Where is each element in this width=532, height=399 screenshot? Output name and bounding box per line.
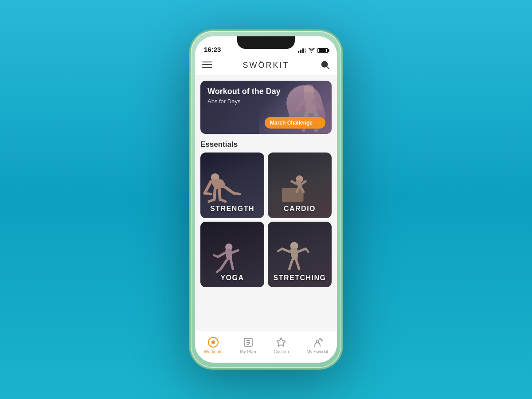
svg-line-31 [297,249,305,252]
hero-cta-arrow: → [315,120,320,126]
hero-cta-button[interactable]: March Challenge → [265,117,325,129]
svg-line-18 [302,181,305,184]
status-time: 16:23 [204,46,221,53]
hero-cta-label: March Challenge [270,120,313,126]
battery-icon [317,48,328,53]
nav-item-workouts[interactable]: Workouts [204,336,223,354]
yoga-figure [203,240,251,276]
svg-line-7 [205,182,211,193]
hero-subtitle: Abs for Days [207,98,325,105]
status-icons [298,48,328,53]
svg-line-4 [327,66,329,69]
svg-line-34 [296,260,299,269]
app-title: SWÖRKIT [243,61,289,70]
svg-line-29 [282,249,290,252]
svg-line-19 [297,188,298,192]
svg-rect-2 [202,67,212,68]
svg-rect-1 [202,64,212,65]
my-plan-nav-label: My Plan [240,349,256,354]
strength-figure [203,172,253,206]
svg-rect-15 [282,188,304,202]
svg-line-26 [217,269,221,272]
svg-line-33 [289,260,292,269]
bottom-nav: Workouts My Plan [195,331,337,363]
svg-line-17 [292,181,296,184]
cardio-card[interactable]: CARDIO [268,153,332,218]
phone-notch [237,36,295,49]
workouts-nav-label: Workouts [204,349,223,354]
svg-line-11 [214,189,215,200]
svg-point-36 [211,340,215,344]
yoga-card[interactable]: YOGA [200,222,264,287]
nav-item-my-plan[interactable]: My Plan [240,336,256,354]
search-icon[interactable] [320,60,330,71]
svg-line-25 [221,260,227,269]
svg-line-23 [214,255,218,257]
custom-nav-icon [275,336,287,348]
hero-title: Workout of the Day [207,87,325,97]
custom-nav-label: Custom [274,349,289,354]
svg-line-32 [305,249,308,252]
my-sworkit-nav-icon [312,336,323,348]
svg-rect-0 [202,61,212,62]
essentials-grid: STRENGTH CAR [200,153,332,287]
phone-screen: 16:23 [195,36,337,363]
svg-line-24 [232,250,239,253]
svg-marker-40 [277,338,286,346]
svg-line-10 [234,193,240,194]
svg-line-8 [205,193,211,194]
svg-line-9 [226,188,234,193]
cardio-figure [270,170,317,206]
workouts-nav-icon [207,336,219,348]
svg-point-41 [316,340,319,343]
menu-icon[interactable] [202,60,212,71]
svg-line-30 [278,249,282,251]
app-header: SWÖRKIT [195,56,337,75]
bottom-spacer [195,287,337,293]
strength-card-label: STRENGTH [200,205,264,213]
svg-line-13 [219,189,220,200]
signal-icon [298,48,306,53]
cardio-card-label: CARDIO [268,205,332,213]
phone-device: 16:23 [191,31,341,368]
svg-line-22 [218,253,225,257]
stretching-card-label: STRETCHING [268,274,332,282]
hero-banner[interactable]: Workout of the Day Abs for Days March Ch… [200,81,332,134]
svg-line-14 [220,200,225,202]
stretching-figure [270,240,318,276]
strength-card[interactable]: STRENGTH [200,153,264,218]
stretching-card[interactable]: STRETCHING [268,222,332,287]
nav-item-custom[interactable]: Custom [274,336,289,354]
essentials-section-label: Essentials [200,140,332,149]
wifi-icon [308,48,315,53]
nav-item-my-sworkit[interactable]: My Sworkit [306,336,328,354]
yoga-card-label: YOGA [200,274,264,282]
my-sworkit-nav-label: My Sworkit [306,349,328,354]
my-plan-nav-icon [243,336,254,348]
svg-line-12 [209,200,214,202]
svg-line-27 [231,260,233,269]
app-content: Workout of the Day Abs for Days March Ch… [195,75,337,331]
